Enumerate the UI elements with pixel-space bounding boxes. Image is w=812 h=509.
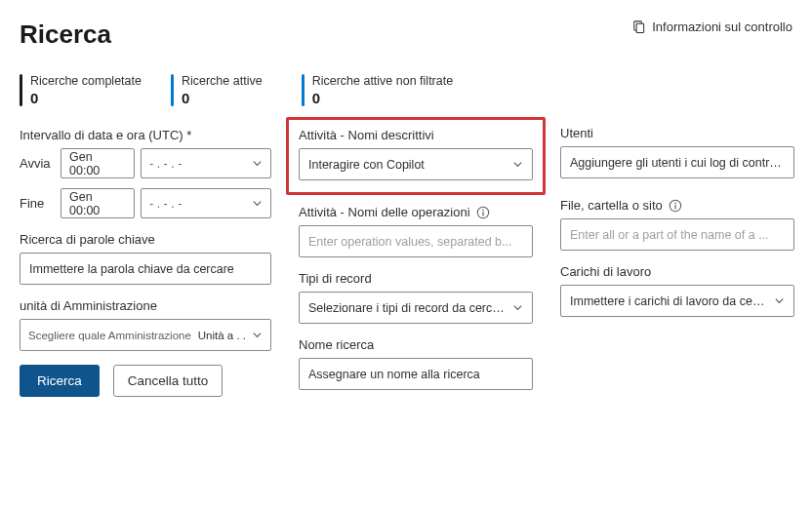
file-placeholder: Enter all or a part of the name of a ... bbox=[570, 228, 769, 242]
workloads-placeholder: Immettere i carichi di lavoro da cercare bbox=[570, 294, 768, 308]
documents-icon bbox=[631, 20, 646, 34]
operations-label: Attività - Nomi delle operazioni bbox=[299, 205, 533, 219]
stat-label: Ricerche attive bbox=[182, 74, 263, 88]
admin-unit-select[interactable]: Scegliere quale Amministrazione Unità a … bbox=[20, 319, 271, 351]
highlight-activities-box: Attività - Nomi descrittivi Interagire c… bbox=[286, 117, 546, 195]
info-link[interactable]: Informazioni sul controllo bbox=[631, 20, 792, 34]
start-date-value: Gen 00:00 bbox=[69, 150, 126, 177]
users-input[interactable]: Aggiungere gli utenti i cui log di contr… bbox=[560, 146, 794, 178]
start-label: Avvia bbox=[20, 156, 55, 171]
operations-placeholder: Enter operation values, separated b... bbox=[308, 235, 511, 249]
record-types-label: Tipi di record bbox=[299, 271, 533, 286]
end-time-input[interactable]: - . - . - bbox=[141, 188, 271, 218]
admin-hint: Scegliere quale Amministrazione bbox=[28, 330, 191, 341]
stat-unfiltered: Ricerche attive non filtrate 0 bbox=[302, 74, 454, 106]
start-time-value: - . - . - bbox=[149, 157, 182, 171]
activities-desc-label: Attività - Nomi descrittivi bbox=[299, 128, 533, 142]
chevron-down-icon bbox=[512, 302, 523, 313]
start-time-input[interactable]: - . - . - bbox=[141, 148, 271, 178]
stat-value: 0 bbox=[182, 90, 263, 106]
chevron-down-icon bbox=[774, 295, 785, 306]
file-input[interactable]: Enter all or a part of the name of a ... bbox=[560, 218, 794, 251]
info-link-label: Informazioni sul controllo bbox=[652, 20, 792, 34]
stat-completed: Ricerche completate 0 bbox=[20, 74, 142, 106]
users-placeholder: Aggiungere gli utenti i cui log di contr… bbox=[570, 156, 785, 170]
workloads-select[interactable]: Immettere i carichi di lavoro da cercare bbox=[560, 285, 794, 317]
clear-button[interactable]: Cancella tutto bbox=[113, 365, 223, 397]
page-title: Ricerca bbox=[20, 20, 111, 50]
activities-desc-select[interactable]: Interagire con Copilot bbox=[299, 148, 533, 180]
users-label: Utenti bbox=[560, 126, 794, 140]
chevron-down-icon bbox=[252, 158, 263, 169]
info-icon[interactable] bbox=[669, 199, 682, 213]
search-name-label: Nome ricerca bbox=[299, 337, 533, 352]
end-label: Fine bbox=[20, 196, 55, 211]
workloads-label: Carichi di lavoro bbox=[560, 264, 794, 279]
operations-input[interactable]: Enter operation values, separated b... bbox=[299, 225, 533, 257]
search-name-placeholder: Assegnare un nome alla ricerca bbox=[308, 368, 480, 381]
keyword-input[interactable]: Immettere la parola chiave da cercare bbox=[20, 253, 271, 285]
stat-bar bbox=[302, 74, 304, 106]
end-time-value: - . - . - bbox=[149, 197, 182, 211]
stat-label: Ricerche attive non filtrate bbox=[312, 74, 454, 88]
chevron-down-icon bbox=[512, 159, 523, 170]
end-date-value: Gen 00:00 bbox=[69, 190, 126, 217]
search-button[interactable]: Ricerca bbox=[20, 365, 100, 397]
search-name-input[interactable]: Assegnare un nome alla ricerca bbox=[299, 358, 533, 390]
chevron-down-icon bbox=[252, 330, 263, 340]
admin-value: Unità a . . bbox=[198, 330, 246, 341]
datetime-label: Intervallo di data e ora (UTC) * bbox=[20, 128, 271, 142]
admin-unit-label: unità di Amministrazione bbox=[20, 298, 271, 313]
end-date-input[interactable]: Gen 00:00 bbox=[61, 188, 135, 218]
stat-value: 0 bbox=[30, 90, 142, 106]
file-label: File, cartella o sito bbox=[560, 198, 794, 213]
record-types-placeholder: Selezionare i tipi di record da cercare bbox=[308, 301, 507, 315]
keyword-placeholder: Immettere la parola chiave da cercare bbox=[29, 262, 234, 276]
stats-row: Ricerche completate 0 Ricerche attive 0 … bbox=[20, 74, 792, 106]
stat-bar bbox=[171, 74, 174, 106]
activities-desc-value: Interagire con Copilot bbox=[308, 158, 425, 172]
record-types-select[interactable]: Selezionare i tipi di record da cercare bbox=[299, 292, 533, 324]
stat-bar bbox=[20, 74, 22, 106]
info-icon[interactable] bbox=[476, 206, 490, 219]
chevron-down-icon bbox=[252, 198, 263, 209]
stat-active: Ricerche attive 0 bbox=[171, 74, 263, 106]
stat-label: Ricerche completate bbox=[30, 74, 142, 88]
start-date-input[interactable]: Gen 00:00 bbox=[61, 148, 135, 178]
stat-value: 0 bbox=[312, 90, 454, 106]
keyword-label: Ricerca di parole chiave bbox=[20, 232, 271, 247]
